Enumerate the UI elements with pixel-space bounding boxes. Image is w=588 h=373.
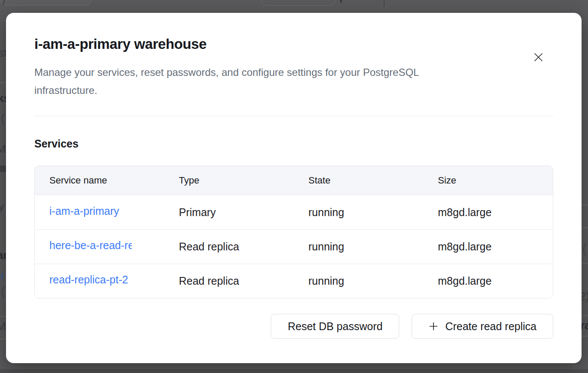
- table-header-row: Service name Type State Size: [35, 166, 553, 195]
- backdrop-text-fragment: (: [582, 242, 587, 256]
- close-button[interactable]: [531, 50, 546, 64]
- section-divider: [34, 116, 553, 116]
- dialog-description-line1: Manage your services, reset passwords, a…: [34, 66, 419, 78]
- service-state-cell: running: [294, 275, 424, 287]
- backdrop-tab: [0, 0, 91, 6]
- service-name-link[interactable]: i-am-a-primary: [49, 205, 119, 217]
- backdrop-text-fragment: (: [1, 111, 5, 126]
- backdrop-strip: [0, 369, 588, 373]
- backdrop-dot: [340, 0, 342, 3]
- reset-db-password-button[interactable]: Reset DB password: [271, 314, 399, 339]
- close-icon: [533, 51, 544, 63]
- backdrop-text-fragment: ir: [0, 269, 4, 283]
- services-heading: Services: [34, 138, 553, 150]
- column-header-state: State: [294, 175, 424, 186]
- create-read-replica-button[interactable]: Create read replica: [412, 314, 553, 339]
- service-name-link[interactable]: here-be-a-read-re: [49, 239, 132, 252]
- dialog-description-line2: infrastructure.: [34, 84, 97, 96]
- table-row: read-replica-pt-2 Read replica running m…: [35, 264, 553, 298]
- reset-db-password-label: Reset DB password: [288, 320, 382, 333]
- service-name-link[interactable]: read-replica-pt-2: [49, 274, 128, 286]
- backdrop-text-fragment: /: [3, 0, 5, 8]
- dialog-title: i-am-a-primary warehouse: [34, 36, 553, 52]
- backdrop-divider: [384, 0, 385, 7]
- services-table: Service name Type State Size i-am-a-prim…: [34, 165, 553, 298]
- dialog-description: Manage your services, reset passwords, a…: [34, 63, 553, 99]
- service-type-cell: Read replica: [164, 241, 294, 253]
- create-read-replica-label: Create read replica: [445, 320, 536, 333]
- backdrop-tab: [261, 0, 336, 6]
- table-row: i-am-a-primary Primary running m8gd.larg…: [35, 195, 553, 229]
- column-header-service-name: Service name: [35, 175, 164, 186]
- service-size-cell: m8gd.large: [423, 241, 553, 253]
- service-size-cell: m8gd.large: [423, 206, 553, 219]
- service-state-cell: running: [294, 206, 424, 219]
- plus-icon: [428, 321, 439, 331]
- service-type-cell: Primary: [164, 206, 294, 219]
- column-header-size: Size: [423, 175, 553, 186]
- backdrop-text-fragment: (: [1, 285, 5, 299]
- backdrop-text-fragment: ry: [0, 200, 4, 213]
- service-type-cell: Read replica: [164, 275, 294, 287]
- table-row: here-be-a-read-re Read replica running m…: [35, 229, 553, 264]
- service-size-cell: m8gd.large: [423, 275, 553, 287]
- column-header-type: Type: [164, 175, 294, 186]
- service-state-cell: running: [294, 241, 424, 253]
- dialog-actions: Reset DB password Create read replica: [34, 314, 553, 339]
- service-management-dialog: i-am-a-primary warehouse Manage your ser…: [6, 13, 582, 363]
